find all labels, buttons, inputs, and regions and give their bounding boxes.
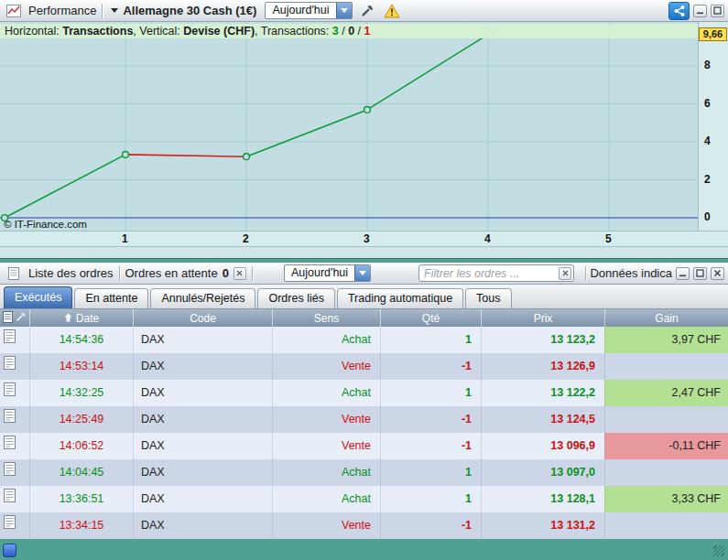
orders-period-value: Aujourd'hui — [285, 265, 354, 281]
order-code: DAX — [133, 327, 272, 353]
maximize-button[interactable] — [711, 5, 724, 17]
order-price: 13 128,1 — [481, 486, 604, 512]
clear-filter-icon[interactable] — [559, 267, 571, 280]
share-button[interactable] — [668, 2, 690, 20]
order-price: 13 097,0 — [481, 459, 604, 486]
y-axis-tick: 0 — [704, 210, 711, 223]
table-row[interactable]: 14:04:45 DAX Achat 1 13 097,0 — [0, 459, 728, 486]
note-icon[interactable] — [4, 380, 16, 406]
pending-orders-counter[interactable]: Ordres en attente 0 — [125, 266, 246, 280]
x-axis-tick: 4 — [484, 232, 491, 245]
order-side: Vente — [272, 353, 380, 380]
note-icon[interactable] — [4, 327, 16, 353]
instrument-dropdown[interactable]: Allemagne 30 Cash (1€) — [108, 3, 259, 18]
maximize-button[interactable] — [693, 267, 707, 280]
order-code: DAX — [133, 486, 272, 512]
performance-window: Performance Allemagne 30 Cash (1€) Aujou… — [0, 0, 728, 259]
column-header-code[interactable]: Code — [133, 309, 272, 327]
taskbar-app-icon[interactable] — [3, 544, 16, 557]
orders-tabs: Exécutés En attente Annulés/Rejetés Ordr… — [0, 285, 728, 309]
y-axis-tick: 4 — [704, 135, 711, 147]
order-side: Achat — [272, 380, 380, 406]
tab-tous[interactable]: Tous — [465, 288, 511, 308]
table-row[interactable]: 14:25:49 DAX Vente -1 13 124,5 — [0, 406, 728, 433]
order-side: Vente — [272, 512, 380, 539]
close-button[interactable] — [711, 267, 724, 280]
note-icon[interactable] — [4, 406, 16, 433]
table-tools — [0, 309, 29, 327]
note-icon[interactable] — [4, 353, 16, 380]
order-gain: 3,97 CHF — [604, 327, 728, 353]
order-side: Achat — [272, 486, 380, 512]
order-price: 13 123,2 — [481, 327, 604, 353]
table-row[interactable]: 14:54:36 DAX Achat 1 13 123,2 3,97 CHF — [0, 327, 728, 353]
table-row[interactable]: 14:06:52 DAX Vente -1 13 096,9 -0,11 CHF — [0, 433, 728, 459]
order-price: 13 096,9 — [481, 433, 604, 459]
period-value: Aujourd'hui — [266, 3, 335, 18]
tab-ordres-lies[interactable]: Ordres liés — [257, 288, 334, 308]
period-select[interactable]: Aujourd'hui — [265, 2, 352, 19]
order-side: Vente — [272, 406, 380, 433]
note-icon[interactable] — [4, 486, 16, 512]
table-row[interactable]: 14:53:14 DAX Vente -1 13 126,9 — [0, 353, 728, 380]
settings-wrench-button[interactable] — [358, 2, 377, 20]
note-icon[interactable] — [4, 433, 16, 459]
y-axis: 9,66 02468 — [698, 22, 728, 231]
horizontal-scrollbar[interactable] — [0, 246, 728, 258]
close-icon[interactable] — [234, 267, 246, 280]
order-gain — [604, 353, 728, 380]
order-code: DAX — [133, 406, 272, 433]
order-gain — [604, 406, 728, 433]
x-axis: 12345 — [0, 231, 728, 246]
legend-vertical-value: Devise (CHF) — [183, 25, 255, 38]
order-side: Vente — [272, 433, 380, 459]
order-gain: 2,47 CHF — [604, 380, 728, 406]
note-icon[interactable] — [4, 512, 16, 539]
chart-window-titlebar: Performance Allemagne 30 Cash (1€) Aujou… — [0, 0, 728, 22]
copyright-label: © IT-Finance.com — [4, 219, 87, 230]
x-axis-tick: 2 — [243, 232, 249, 245]
order-code: DAX — [133, 512, 272, 539]
order-qty: -1 — [380, 433, 481, 459]
order-gain: 3,33 CHF — [604, 486, 728, 512]
tab-trading-automatique[interactable]: Trading automatique — [337, 288, 463, 308]
titlebar-separator — [102, 4, 103, 18]
minimize-button[interactable] — [693, 5, 707, 17]
column-header-qte[interactable]: Qté — [380, 309, 481, 327]
order-gain — [604, 512, 728, 539]
tab-annules-rejetes[interactable]: Annulés/Rejetés — [150, 288, 255, 308]
chevron-down-icon — [111, 8, 118, 13]
export-page-icon[interactable] — [3, 311, 13, 326]
warning-icon[interactable] — [383, 2, 402, 20]
orders-period-select[interactable]: Aujourd'hui — [284, 264, 371, 282]
minimize-button[interactable] — [676, 267, 690, 280]
y-axis-tick: 8 — [704, 59, 711, 71]
table-row[interactable]: 13:36:51 DAX Achat 1 13 128,1 3,33 CHF — [0, 486, 728, 512]
table-row[interactable]: 13:34:15 DAX Vente -1 13 131,2 — [0, 512, 728, 539]
column-header-sens[interactable]: Sens — [272, 309, 380, 327]
combo-arrow-button[interactable] — [354, 265, 370, 281]
resize-grip[interactable] — [713, 545, 724, 556]
order-code: DAX — [133, 353, 272, 380]
window-controls — [668, 2, 724, 20]
chevron-down-icon — [341, 8, 348, 13]
order-qty: 1 — [380, 459, 481, 486]
order-side: Achat — [272, 327, 380, 353]
order-qty: -1 — [380, 353, 481, 380]
column-header-prix[interactable]: Prix — [481, 309, 604, 327]
tab-en-attente[interactable]: En attente — [74, 288, 148, 308]
pending-orders-count: 0 — [223, 266, 229, 280]
order-side: Achat — [272, 459, 380, 486]
order-qty: 1 — [380, 380, 481, 406]
filter-input[interactable] — [419, 266, 559, 280]
note-icon[interactable] — [4, 459, 16, 486]
column-header-gain[interactable]: Gain — [604, 309, 728, 327]
combo-arrow-button[interactable] — [336, 3, 352, 18]
table-row[interactable]: 14:32:25 DAX Achat 1 13 122,2 2,47 CHF — [0, 380, 728, 406]
columns-wrench-icon[interactable] — [16, 311, 27, 325]
tab-executes[interactable]: Exécutés — [4, 286, 72, 308]
order-time: 14:25:49 — [29, 406, 133, 433]
column-header-date[interactable]: Date — [29, 309, 133, 327]
column-label: Code — [190, 312, 216, 325]
order-time: 13:36:51 — [29, 486, 133, 512]
